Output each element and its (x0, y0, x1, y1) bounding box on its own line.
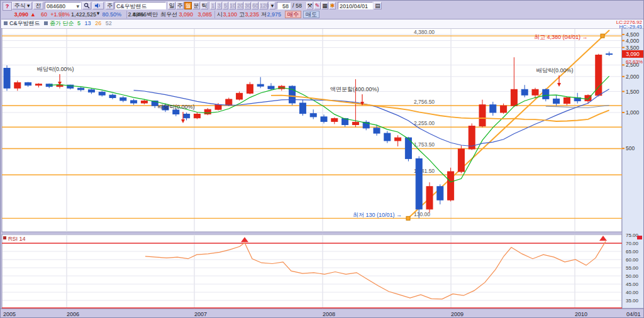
minute-60-button[interactable]: 60 (252, 2, 258, 9)
best-bid: 3,090 (178, 11, 193, 18)
buy-button[interactable]: 매수 (285, 11, 301, 18)
svg-text:2009: 2009 (451, 311, 464, 317)
bar-total-label: / 58 (292, 2, 302, 9)
minute-30-button[interactable]: 30 (244, 2, 251, 9)
ma-bullet-icon (44, 21, 48, 25)
tool-icon[interactable]: ⚒ (306, 2, 313, 9)
best-quote-label: 최우선 (160, 11, 177, 18)
edit-icon[interactable]: ✎ (314, 2, 321, 9)
svg-text:배당락(0.00%): 배당락(0.00%) (536, 67, 574, 74)
minute-5-button[interactable]: 5 (223, 2, 228, 9)
change-arrow-icon: ▲ (30, 11, 36, 18)
svg-text:50.00: 50.00 (626, 273, 639, 279)
minute-20-button[interactable]: 20 (236, 2, 243, 9)
svg-text:40.00: 40.00 (626, 290, 639, 295)
svg-text:배당락(0.00%): 배당락(0.00%) (37, 66, 74, 72)
volume-value: 1,422,525 (64, 11, 96, 18)
high-price: 3,235 (244, 11, 259, 18)
svg-text:1,753.50: 1,753.50 (414, 141, 435, 148)
svg-text:2006: 2006 (67, 311, 79, 317)
current-price: 3,090 (6, 11, 28, 18)
ma5-label: 5 (77, 20, 80, 26)
window-icon: ? (3, 2, 12, 11)
date-input[interactable]: 2010/04/01 (338, 2, 373, 9)
svg-text:62.63%: 62.63% (626, 59, 643, 65)
stock-code-value: 084680 (47, 3, 65, 9)
period-month-button[interactable]: 월 (184, 2, 192, 9)
prev-stock-button[interactable]: 전 (33, 2, 43, 9)
svg-text:3,090: 3,090 (626, 51, 640, 57)
ma13-label: 13 (85, 20, 91, 26)
period-week-button[interactable]: 주 (176, 2, 184, 9)
svg-text:최고 4,380 (04/01) →: 최고 4,380 (04/01) → (534, 34, 588, 40)
title-bullet-icon (4, 21, 8, 25)
svg-text:2008: 2008 (323, 311, 335, 317)
minute-3-button[interactable]: 3 (216, 2, 222, 9)
ma52-label: 52 (106, 20, 112, 26)
save-icon[interactable]: ▦ (321, 2, 328, 9)
settings-gear-icon[interactable]: ✱ (329, 2, 336, 9)
svg-text:2,255.00: 2,255.00 (414, 120, 435, 126)
chart-area[interactable]: 130.001,141.501,753.502,255.002,756.504,… (1, 28, 644, 318)
stock-name-field[interactable]: C&우방랜드 (114, 2, 166, 9)
asset-type-label: 주식 (14, 3, 25, 9)
svg-text:45.00: 45.00 (626, 282, 639, 287)
turnover-percent: 80.50% (99, 11, 121, 18)
chart-title: C&우방랜드 (9, 20, 40, 26)
search-icon[interactable] (82, 2, 91, 9)
svg-text:2,756.50: 2,756.50 (414, 99, 435, 105)
bar-count-input[interactable]: 58 (277, 2, 291, 9)
change-amount: 60 (36, 11, 47, 18)
speaker-icon[interactable]: ▾ (92, 2, 104, 9)
svg-text:RSI 14: RSI 14 (8, 236, 26, 242)
svg-text:60.00: 60.00 (626, 257, 639, 263)
stock-code-input[interactable]: 084680▾ (45, 2, 81, 9)
period-minute-button[interactable]: 분 (192, 2, 200, 9)
svg-text:130.00: 130.00 (414, 211, 430, 217)
period-day-button[interactable]: 일 (168, 2, 175, 9)
svg-text:2007: 2007 (194, 311, 207, 317)
minute-120-button[interactable]: 120 (259, 2, 268, 9)
svg-text:액면분할(400.00%): 액면분할(400.00%) (330, 86, 379, 92)
svg-text:3,500: 3,500 (626, 45, 640, 51)
best-ask: 3,085 (197, 11, 212, 18)
ma-type-label: 종가 단순 (50, 20, 74, 26)
open-price: 3,100 (222, 11, 237, 18)
svg-text:4,500: 4,500 (626, 31, 640, 38)
svg-text:70.00: 70.00 (626, 241, 639, 246)
sell-button[interactable]: 매도 (303, 11, 319, 18)
svg-text:2010: 2010 (575, 311, 587, 317)
ma26-label: 26 (95, 20, 101, 26)
svg-text:4,380.00: 4,380.00 (414, 29, 435, 35)
calendar-icon[interactable]: ▤ (374, 2, 382, 9)
svg-text:55.00: 55.00 (626, 265, 639, 271)
minute-10-button[interactable]: 10 (229, 2, 236, 9)
svg-text:04/01: 04/01 (626, 311, 641, 317)
trade-value: 4,466백만 (130, 11, 158, 18)
svg-text:2,000: 2,000 (626, 74, 640, 80)
low-price: 2,975 (266, 11, 281, 18)
svg-text:2005: 2005 (3, 311, 16, 317)
svg-text:35.00: 35.00 (626, 298, 639, 304)
chart-window: ? 주식 ▾ 전 084680▾ ▾ 주 C&우방랜드 일 주 월 분 틱 1 … (0, 0, 644, 318)
minute-dropdown-icon[interactable]: ▾ (269, 2, 275, 9)
svg-text:75.00: 75.00 (626, 233, 639, 238)
svg-text:최저 130 (10/01) →: 최저 130 (10/01) → (353, 212, 402, 218)
asset-type-select[interactable]: 주식 ▾ (12, 2, 32, 9)
svg-text:1,500: 1,500 (626, 89, 640, 95)
svg-text:65.00: 65.00 (626, 249, 639, 255)
svg-text:배당락(0.00%): 배당락(0.00%) (158, 104, 195, 110)
candlestick-rsi-chart: 130.001,141.501,753.502,255.002,756.504,… (1, 28, 644, 318)
minute-1-button[interactable]: 1 (210, 2, 216, 9)
svg-text:4,000: 4,000 (626, 38, 640, 44)
period-tick-button[interactable]: 틱 (201, 2, 208, 9)
svg-text:1,000: 1,000 (626, 109, 640, 116)
chart-legend-bar: C&우방랜드 종가 단순 5 13 26 52 LC:2276.92 HC:-2… (1, 19, 643, 29)
svg-text:500: 500 (626, 145, 635, 151)
chart-kind-badge: 주 (106, 2, 114, 9)
